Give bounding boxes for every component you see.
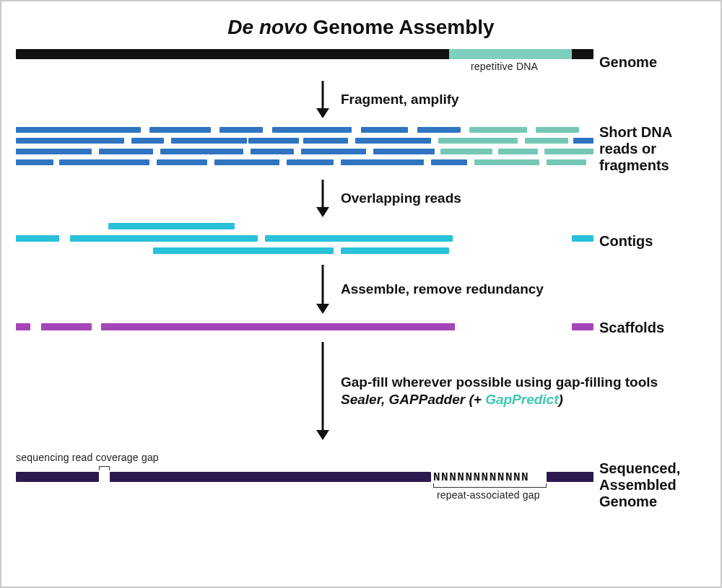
segment [219,127,263,133]
diagram-frame: De novo Genome Assembly repetitive DNA G… [0,0,722,588]
step-assemble: Assemble, remove redundancy [334,281,544,298]
sublabel-repeat-gap: repeat-associated gap [437,489,540,501]
segment [547,159,586,165]
gapfill-gappredict: GapPredict [485,392,558,407]
segment [99,149,153,154]
arrow-overlap: Overlapping reads [16,178,706,219]
segment [572,323,593,330]
segment [160,149,243,154]
segment [157,159,207,165]
track-genome: repetitive DNA [16,49,593,75]
segment [355,138,431,144]
segment [536,127,579,133]
segment [498,149,538,154]
segment [572,235,593,242]
segment [303,138,348,144]
segment [474,159,539,165]
segment [373,149,435,154]
stage-contigs: Contigs [16,223,706,259]
segment [171,138,247,144]
segment [16,323,30,330]
segment [287,159,334,165]
segment [272,127,352,133]
segment [110,472,431,482]
segment [361,127,408,133]
segment [101,323,455,330]
sublabel-seq-gap: sequencing read coverage gap [16,452,159,463]
gapfill-sealer: Sealer [341,392,381,407]
svg-marker-5 [316,304,329,314]
segment [131,138,164,144]
segment [469,127,527,133]
stage-scaffolds: Scaffolds [16,320,706,336]
arrow-fragment: Fragment, amplify [16,79,706,120]
segment [16,159,53,165]
segment [16,472,99,482]
segment [59,159,149,165]
label-assembled: Sequenced, Assembled Genome [593,460,702,510]
title-italic: De novo [227,16,307,38]
segment [341,247,449,254]
track-contigs [16,223,593,259]
segment [153,247,334,254]
sublabel-repetitive-dna: repetitive DNA [471,61,538,72]
segment [573,138,593,144]
svg-marker-7 [316,430,329,440]
bracket-seq-gap [99,466,110,470]
track-assembled: sequencing read coverage gapNNNNNNNNNNNN… [16,468,593,504]
segment [108,223,235,229]
arrow-assemble: Assemble, remove redundancy [16,263,706,315]
segment [301,149,366,154]
gapfill-close: ) [559,392,563,407]
segment [265,235,453,242]
diagram-title: De novo Genome Assembly [16,16,706,39]
segment [70,235,258,242]
track-reads [16,127,593,172]
segment [251,149,294,154]
track-scaffolds [16,321,593,335]
segment [41,323,92,330]
arrow-gapfill: Gap-fill wherever possible using gap-fil… [16,341,706,442]
segment [544,149,593,154]
arrow-icon [312,263,334,315]
segment [547,472,593,482]
gapfill-gappadder: , GAPPadder (+ [381,392,485,407]
segment [16,138,124,144]
segment [16,149,92,154]
arrow-icon [312,341,334,442]
segment [16,235,59,242]
gapfill-line1: Gap-fill wherever possible using gap-fil… [341,374,658,391]
arrow-icon [312,79,334,120]
segment [431,159,467,165]
bracket-repeat-gap [433,483,547,488]
stage-assembled: sequencing read coverage gapNNNNNNNNNNNN… [16,460,706,510]
n-string: NNNNNNNNNNNN [433,471,529,484]
segment [341,159,424,165]
svg-marker-1 [316,108,329,118]
segment [440,149,492,154]
label-contigs: Contigs [593,233,702,250]
label-scaffolds: Scaffolds [593,320,702,336]
segment [525,138,568,144]
step-fragment: Fragment, amplify [334,91,459,108]
segment [149,127,211,133]
segment [248,138,299,144]
arrow-icon [312,178,334,219]
label-reads: Short DNA reads or fragments [593,124,702,174]
segment [417,127,461,133]
svg-marker-3 [316,207,329,217]
stage-reads: Short DNA reads or fragments [16,124,706,174]
segment [449,49,572,59]
segment [214,159,279,165]
segment [58,127,141,133]
step-overlap: Overlapping reads [334,190,461,207]
stage-genome: repetitive DNA Genome [16,49,706,75]
segment [438,138,518,144]
title-rest: Genome Assembly [308,16,495,38]
label-genome: Genome [593,54,702,71]
step-gapfill: Gap-fill wherever possible using gap-fil… [334,374,658,408]
